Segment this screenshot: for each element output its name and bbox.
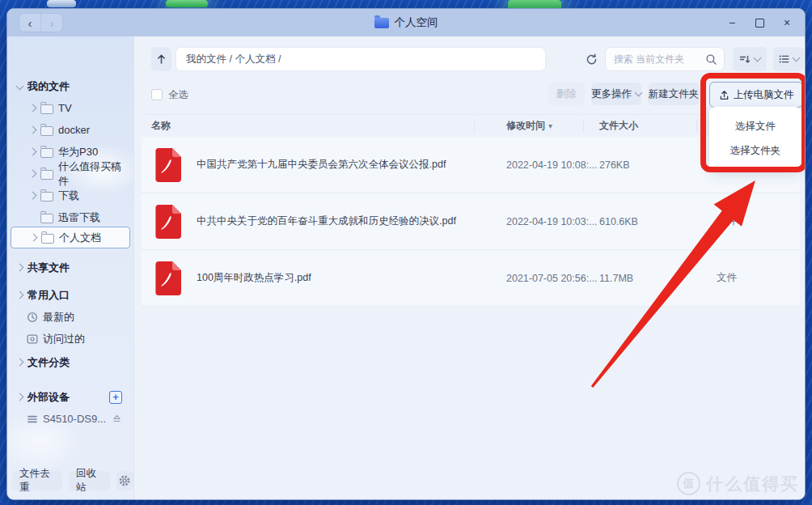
- storage-device-icon: [27, 414, 38, 425]
- view-mode-button[interactable]: [773, 47, 804, 71]
- menu-item-select-folder[interactable]: 选择文件夹: [709, 139, 801, 163]
- chevron-down-icon: [754, 54, 762, 62]
- sidebar-item-shared-files[interactable]: 共享文件: [11, 257, 130, 278]
- sidebar-item-label: 华为P30: [58, 145, 98, 159]
- sidebar-item-device[interactable]: S4510-DS9...: [11, 408, 130, 430]
- folder-icon: [40, 170, 53, 180]
- file-modified: 2021-07-05 20:56:...: [506, 250, 598, 306]
- more-actions-label: 更多操作: [591, 87, 632, 101]
- file-size: 276KB: [599, 137, 630, 193]
- settings-button[interactable]: [116, 471, 133, 490]
- minimize-button[interactable]: −: [722, 13, 742, 32]
- file-row[interactable]: 中共中央关于党的百年奋斗重大成就和历史经验的决议.pdf 2022-04-19 …: [142, 193, 800, 249]
- dedupe-button[interactable]: 文件去重: [12, 471, 62, 490]
- sidebar-item-docker[interactable]: docker: [11, 119, 130, 141]
- sidebar-item-smzdm-drafts[interactable]: 什么值得买稿件: [11, 163, 130, 185]
- sidebar-item-label: S4510-DS9...: [43, 413, 106, 425]
- chevron-right-icon: [16, 291, 24, 299]
- upload-button[interactable]: 上传电脑文件: [709, 82, 803, 108]
- sidebar-item-thunder-downloads[interactable]: 迅雷下载: [11, 206, 130, 228]
- file-size: 610.6KB: [599, 193, 638, 249]
- file-row[interactable]: 中国共产党第十九届中央委员会第六次全体会议公报.pdf 2022-04-19 1…: [142, 137, 800, 193]
- history-nav: ‹ ›: [19, 13, 63, 32]
- sidebar-item-external-devices[interactable]: 外部设备 +: [11, 386, 130, 408]
- folder-icon: [40, 214, 53, 223]
- file-name: 中共中央关于党的百年奋斗重大成就和历史经验的决议.pdf: [197, 193, 460, 249]
- add-device-button[interactable]: +: [109, 391, 122, 404]
- maximize-button[interactable]: [750, 13, 769, 32]
- visited-icon: [27, 333, 38, 345]
- sidebar-item-recent[interactable]: 最新的: [11, 306, 130, 328]
- chevron-down-icon: [635, 89, 643, 97]
- refresh-button[interactable]: [579, 47, 603, 71]
- folder-icon: [40, 192, 53, 202]
- select-all[interactable]: 全选: [151, 87, 188, 103]
- up-directory-button[interactable]: [151, 47, 171, 71]
- sidebar-item-visited[interactable]: 访问过的: [11, 328, 130, 350]
- file-row[interactable]: 100周年时政热点学习.pdf 2021-07-05 20:56:... 11.…: [142, 250, 800, 306]
- chevron-right-icon: [30, 234, 38, 242]
- chevron-right-icon: [29, 126, 37, 134]
- select-all-checkbox[interactable]: [151, 89, 163, 100]
- chevron-right-icon: [29, 148, 37, 156]
- folder-icon: [40, 148, 53, 158]
- row-divider: [142, 306, 800, 307]
- more-actions-button[interactable]: 更多操作: [591, 83, 641, 105]
- gear-icon: [118, 474, 131, 487]
- sort-button[interactable]: [733, 47, 767, 71]
- file-size: 11.7MB: [599, 250, 633, 306]
- file-manager-window: 个人空间 ‹ › − × 我的文件 TV docker 华为P30: [6, 8, 806, 500]
- sidebar-item-label: 访问过的: [43, 332, 85, 346]
- column-divider: [583, 120, 584, 132]
- sidebar-item-tv[interactable]: TV: [11, 97, 130, 119]
- sort-icon: [739, 54, 751, 65]
- eject-icon[interactable]: [112, 414, 122, 424]
- sidebar-item-label: 个人文档: [59, 231, 101, 245]
- sidebar-item-label: 文件分类: [27, 355, 70, 370]
- column-header-name[interactable]: 名称: [151, 115, 171, 137]
- pdf-file-icon: [154, 204, 182, 239]
- upload-dropdown-menu: 选择文件 选择文件夹: [709, 107, 801, 171]
- search-input[interactable]: [612, 53, 702, 66]
- sidebar-item-label: 迅雷下载: [58, 210, 100, 225]
- back-button[interactable]: ‹: [19, 14, 40, 32]
- close-button[interactable]: ×: [777, 13, 797, 32]
- watermark: 值 什么值得买: [677, 472, 799, 495]
- window-controls: − ×: [722, 9, 797, 36]
- sidebar-item-label: docker: [58, 124, 90, 136]
- search-icon[interactable]: [705, 53, 717, 66]
- column-divider: [696, 120, 697, 132]
- desktop-icon-blue: [47, 0, 76, 7]
- pdf-file-icon: [154, 147, 182, 182]
- watermark-logo: 值: [677, 472, 700, 495]
- forward-button[interactable]: ›: [40, 14, 62, 32]
- delete-button[interactable]: 删除: [548, 83, 585, 105]
- chevron-down-icon: [16, 83, 24, 91]
- sidebar-item-personal-docs[interactable]: 个人文档: [11, 227, 130, 248]
- file-name: 中国共产党第十九届中央委员会第六次全体会议公报.pdf: [197, 137, 460, 193]
- recycle-bin-button[interactable]: 回收站: [69, 471, 110, 490]
- menu-item-select-files[interactable]: 选择文件: [709, 115, 801, 139]
- file-type: 文件: [717, 193, 737, 249]
- sidebar-item-label: 共享文件: [27, 261, 70, 275]
- sidebar-item-my-files[interactable]: 我的文件: [11, 75, 130, 97]
- folder-icon: [40, 104, 53, 114]
- new-folder-button[interactable]: 新建文件夹: [648, 83, 700, 105]
- chevron-right-icon: [29, 170, 37, 178]
- sidebar-item-downloads[interactable]: 下载: [11, 185, 130, 206]
- file-name: 100周年时政热点学习.pdf: [197, 250, 460, 306]
- column-header-modified[interactable]: 修改时间 ▾: [506, 115, 552, 137]
- column-header-size[interactable]: 文件大小: [599, 115, 638, 137]
- breadcrumb[interactable]: 我的文件 / 个人文档 /: [176, 47, 546, 71]
- chevron-right-icon: [29, 104, 37, 112]
- sidebar-item-quick-entry[interactable]: 常用入口: [11, 284, 130, 306]
- column-divider: [474, 120, 475, 132]
- sidebar-item-label: 常用入口: [27, 288, 70, 303]
- desktop-icon-green: [166, 0, 208, 7]
- pdf-file-icon: [154, 261, 182, 295]
- chevron-right-icon: [16, 393, 24, 401]
- sidebar-item-file-categories[interactable]: 文件分类: [11, 351, 130, 373]
- sidebar: 我的文件 TV docker 华为P30 什么值得买稿件 下载: [7, 36, 134, 499]
- maximize-icon: [755, 19, 764, 28]
- watermark-text: 什么值得买: [706, 473, 799, 495]
